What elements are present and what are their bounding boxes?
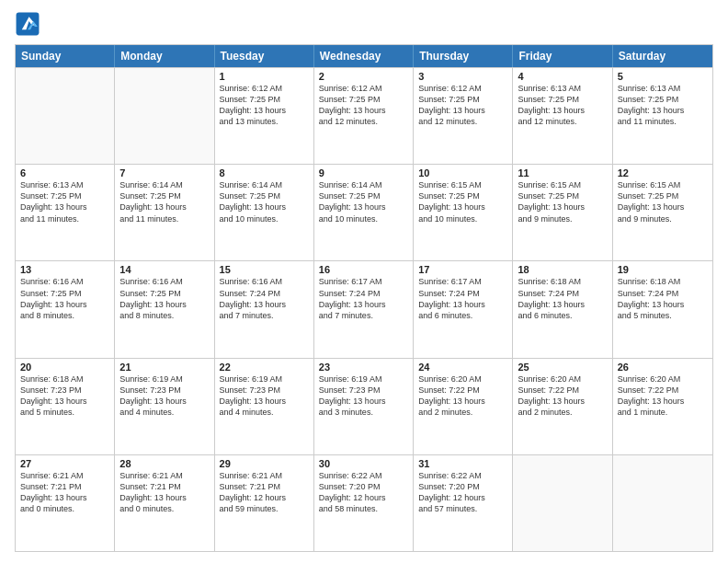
calendar-cell: 8Sunrise: 6:14 AM Sunset: 7:25 PM Daylig… bbox=[215, 165, 314, 260]
cell-info: Sunrise: 6:14 AM Sunset: 7:25 PM Dayligh… bbox=[119, 179, 209, 224]
day-number: 7 bbox=[119, 167, 209, 178]
calendar-cell: 10Sunrise: 6:15 AM Sunset: 7:25 PM Dayli… bbox=[414, 165, 513, 260]
day-number: 24 bbox=[418, 362, 507, 373]
day-number: 27 bbox=[20, 458, 109, 469]
calendar-cell bbox=[16, 68, 115, 164]
cell-info: Sunrise: 6:20 AM Sunset: 7:22 PM Dayligh… bbox=[618, 373, 708, 419]
logo-icon bbox=[15, 11, 40, 37]
weekday-header-sunday: Sunday bbox=[16, 45, 115, 67]
day-number: 30 bbox=[319, 458, 408, 469]
calendar-cell bbox=[513, 455, 612, 551]
cell-info: Sunrise: 6:16 AM Sunset: 7:25 PM Dayligh… bbox=[119, 276, 209, 321]
calendar-cell: 3Sunrise: 6:12 AM Sunset: 7:25 PM Daylig… bbox=[414, 68, 513, 164]
day-number: 9 bbox=[319, 167, 408, 178]
calendar-row-4: 20Sunrise: 6:18 AM Sunset: 7:23 PM Dayli… bbox=[16, 358, 712, 454]
cell-info: Sunrise: 6:14 AM Sunset: 7:25 PM Dayligh… bbox=[319, 179, 408, 224]
calendar-cell: 11Sunrise: 6:15 AM Sunset: 7:25 PM Dayli… bbox=[513, 165, 612, 260]
day-number: 31 bbox=[418, 458, 507, 469]
calendar-cell: 6Sunrise: 6:13 AM Sunset: 7:25 PM Daylig… bbox=[16, 165, 115, 260]
cell-info: Sunrise: 6:15 AM Sunset: 7:25 PM Dayligh… bbox=[518, 179, 607, 224]
day-number: 25 bbox=[518, 362, 607, 373]
cell-info: Sunrise: 6:22 AM Sunset: 7:20 PM Dayligh… bbox=[319, 470, 408, 515]
cell-info: Sunrise: 6:21 AM Sunset: 7:21 PM Dayligh… bbox=[119, 470, 209, 515]
cell-info: Sunrise: 6:14 AM Sunset: 7:25 PM Dayligh… bbox=[220, 179, 309, 224]
calendar-row-1: 1Sunrise: 6:12 AM Sunset: 7:25 PM Daylig… bbox=[16, 67, 712, 164]
day-number: 22 bbox=[220, 362, 309, 373]
calendar-cell: 15Sunrise: 6:16 AM Sunset: 7:24 PM Dayli… bbox=[215, 261, 314, 357]
cell-info: Sunrise: 6:17 AM Sunset: 7:24 PM Dayligh… bbox=[319, 276, 408, 321]
day-number: 18 bbox=[518, 264, 607, 275]
weekday-header-monday: Monday bbox=[115, 45, 214, 67]
weekday-header-saturday: Saturday bbox=[613, 45, 712, 67]
calendar-cell: 17Sunrise: 6:17 AM Sunset: 7:24 PM Dayli… bbox=[414, 261, 513, 357]
logo bbox=[15, 11, 44, 37]
calendar-cell: 31Sunrise: 6:22 AM Sunset: 7:20 PM Dayli… bbox=[414, 455, 513, 551]
calendar-cell: 1Sunrise: 6:12 AM Sunset: 7:25 PM Daylig… bbox=[215, 68, 314, 164]
cell-info: Sunrise: 6:18 AM Sunset: 7:24 PM Dayligh… bbox=[518, 276, 607, 321]
header bbox=[15, 11, 713, 37]
day-number: 20 bbox=[20, 362, 109, 373]
calendar-cell: 16Sunrise: 6:17 AM Sunset: 7:24 PM Dayli… bbox=[314, 261, 414, 357]
calendar-cell: 2Sunrise: 6:12 AM Sunset: 7:25 PM Daylig… bbox=[314, 68, 414, 164]
day-number: 4 bbox=[518, 71, 607, 82]
cell-info: Sunrise: 6:19 AM Sunset: 7:23 PM Dayligh… bbox=[220, 373, 309, 419]
calendar-cell: 5Sunrise: 6:13 AM Sunset: 7:25 PM Daylig… bbox=[613, 68, 712, 164]
calendar-cell: 28Sunrise: 6:21 AM Sunset: 7:21 PM Dayli… bbox=[115, 455, 214, 551]
calendar-header: SundayMondayTuesdayWednesdayThursdayFrid… bbox=[16, 45, 712, 67]
day-number: 21 bbox=[119, 362, 209, 373]
calendar-cell: 9Sunrise: 6:14 AM Sunset: 7:25 PM Daylig… bbox=[314, 165, 414, 260]
calendar-cell: 4Sunrise: 6:13 AM Sunset: 7:25 PM Daylig… bbox=[513, 68, 612, 164]
calendar-body: 1Sunrise: 6:12 AM Sunset: 7:25 PM Daylig… bbox=[16, 67, 712, 551]
calendar-cell: 13Sunrise: 6:16 AM Sunset: 7:25 PM Dayli… bbox=[16, 261, 115, 357]
cell-info: Sunrise: 6:19 AM Sunset: 7:23 PM Dayligh… bbox=[119, 373, 209, 419]
cell-info: Sunrise: 6:19 AM Sunset: 7:23 PM Dayligh… bbox=[319, 373, 408, 419]
cell-info: Sunrise: 6:13 AM Sunset: 7:25 PM Dayligh… bbox=[20, 179, 109, 224]
calendar-cell: 30Sunrise: 6:22 AM Sunset: 7:20 PM Dayli… bbox=[314, 455, 414, 551]
day-number: 17 bbox=[418, 264, 507, 275]
day-number: 11 bbox=[518, 167, 607, 178]
day-number: 15 bbox=[220, 264, 309, 275]
weekday-header-wednesday: Wednesday bbox=[314, 45, 414, 67]
day-number: 16 bbox=[319, 264, 408, 275]
calendar-row-2: 6Sunrise: 6:13 AM Sunset: 7:25 PM Daylig… bbox=[16, 164, 712, 260]
cell-info: Sunrise: 6:18 AM Sunset: 7:23 PM Dayligh… bbox=[20, 373, 109, 419]
cell-info: Sunrise: 6:20 AM Sunset: 7:22 PM Dayligh… bbox=[518, 373, 607, 419]
cell-info: Sunrise: 6:16 AM Sunset: 7:25 PM Dayligh… bbox=[20, 276, 109, 321]
calendar-cell: 14Sunrise: 6:16 AM Sunset: 7:25 PM Dayli… bbox=[115, 261, 214, 357]
cell-info: Sunrise: 6:13 AM Sunset: 7:25 PM Dayligh… bbox=[618, 83, 708, 128]
page: SundayMondayTuesdayWednesdayThursdayFrid… bbox=[0, 0, 728, 563]
calendar-cell: 19Sunrise: 6:18 AM Sunset: 7:24 PM Dayli… bbox=[613, 261, 712, 357]
day-number: 28 bbox=[119, 458, 209, 469]
cell-info: Sunrise: 6:21 AM Sunset: 7:21 PM Dayligh… bbox=[220, 470, 309, 515]
cell-info: Sunrise: 6:20 AM Sunset: 7:22 PM Dayligh… bbox=[418, 373, 507, 419]
calendar-cell: 25Sunrise: 6:20 AM Sunset: 7:22 PM Dayli… bbox=[513, 359, 612, 454]
day-number: 3 bbox=[418, 71, 507, 82]
calendar-cell: 26Sunrise: 6:20 AM Sunset: 7:22 PM Dayli… bbox=[613, 359, 712, 454]
cell-info: Sunrise: 6:13 AM Sunset: 7:25 PM Dayligh… bbox=[518, 83, 607, 128]
calendar-cell: 29Sunrise: 6:21 AM Sunset: 7:21 PM Dayli… bbox=[215, 455, 314, 551]
cell-info: Sunrise: 6:12 AM Sunset: 7:25 PM Dayligh… bbox=[319, 83, 408, 128]
weekday-header-tuesday: Tuesday bbox=[215, 45, 314, 67]
day-number: 13 bbox=[20, 264, 109, 275]
cell-info: Sunrise: 6:21 AM Sunset: 7:21 PM Dayligh… bbox=[20, 470, 109, 515]
calendar-cell: 22Sunrise: 6:19 AM Sunset: 7:23 PM Dayli… bbox=[215, 359, 314, 454]
calendar-cell: 21Sunrise: 6:19 AM Sunset: 7:23 PM Dayli… bbox=[115, 359, 214, 454]
day-number: 19 bbox=[618, 264, 708, 275]
day-number: 1 bbox=[220, 71, 309, 82]
day-number: 14 bbox=[119, 264, 209, 275]
day-number: 5 bbox=[618, 71, 708, 82]
calendar: SundayMondayTuesdayWednesdayThursdayFrid… bbox=[15, 44, 713, 552]
cell-info: Sunrise: 6:17 AM Sunset: 7:24 PM Dayligh… bbox=[418, 276, 507, 321]
day-number: 12 bbox=[618, 167, 708, 178]
calendar-cell bbox=[613, 455, 712, 551]
weekday-header-friday: Friday bbox=[513, 45, 612, 67]
cell-info: Sunrise: 6:12 AM Sunset: 7:25 PM Dayligh… bbox=[418, 83, 507, 128]
cell-info: Sunrise: 6:18 AM Sunset: 7:24 PM Dayligh… bbox=[618, 276, 708, 321]
day-number: 29 bbox=[220, 458, 309, 469]
cell-info: Sunrise: 6:22 AM Sunset: 7:20 PM Dayligh… bbox=[418, 470, 507, 515]
cell-info: Sunrise: 6:16 AM Sunset: 7:24 PM Dayligh… bbox=[220, 276, 309, 321]
day-number: 23 bbox=[319, 362, 408, 373]
day-number: 26 bbox=[618, 362, 708, 373]
calendar-cell: 18Sunrise: 6:18 AM Sunset: 7:24 PM Dayli… bbox=[513, 261, 612, 357]
calendar-cell: 24Sunrise: 6:20 AM Sunset: 7:22 PM Dayli… bbox=[414, 359, 513, 454]
